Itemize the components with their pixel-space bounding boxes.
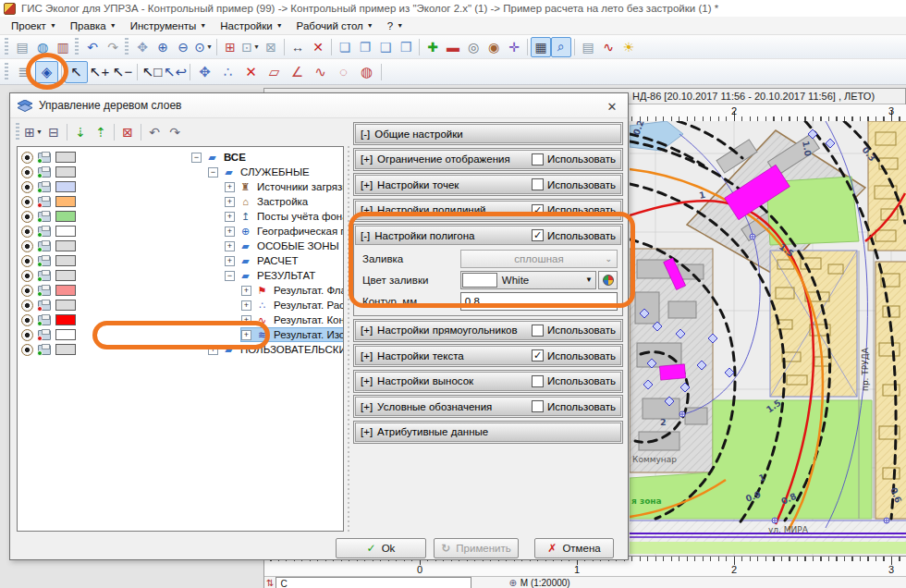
tree-item-rezultat[interactable]: −▰РЕЗУЛЬТАТ — [18, 268, 343, 283]
tree-item-posty[interactable]: +↥Посты учёта фона — [18, 209, 343, 224]
crop-fragment-button[interactable]: ❑ — [375, 37, 396, 57]
visibility-icon[interactable] — [21, 270, 33, 282]
draw-polygon-button[interactable]: ▱ — [263, 61, 286, 83]
profile-chart-button[interactable]: ∿ — [598, 37, 618, 57]
cancel-button[interactable]: ✗ Отмена — [534, 538, 614, 558]
menu-help[interactable]: ?▼ — [382, 18, 411, 33]
printer-icon[interactable] — [38, 227, 51, 237]
layers-flat-button[interactable]: ≣ — [12, 61, 35, 83]
tree-redo-button[interactable]: ↷ — [165, 122, 185, 142]
tree-expander[interactable]: + — [241, 300, 251, 311]
menu-settings[interactable]: Настройки▼ — [214, 18, 290, 33]
printer-icon[interactable] — [38, 241, 51, 251]
draw-hatched-circle-button[interactable]: ◍ — [355, 61, 378, 83]
use-checkbox[interactable] — [532, 375, 544, 387]
printer-icon[interactable] — [38, 271, 51, 281]
printer-icon[interactable] — [38, 153, 51, 163]
use-checkbox[interactable] — [532, 153, 544, 165]
report-button[interactable]: ▥ — [53, 37, 73, 57]
collapse-node-button[interactable]: ⊟ — [43, 122, 64, 142]
visibility-icon[interactable] — [21, 344, 33, 356]
tree-item-polzovatelskie[interactable]: +▰ПОЛЬЗОВАТЕЛЬСКИЕ — [18, 342, 343, 357]
visibility-icon[interactable] — [21, 314, 33, 326]
use-checkbox[interactable] — [532, 178, 544, 190]
north-direction-combo[interactable]: С — [275, 577, 471, 588]
section-header-display-limit[interactable]: [+] Ограничение отображения Использовать — [355, 150, 621, 169]
tree-expander[interactable]: − — [191, 153, 202, 163]
section-header-polylines[interactable]: [+] Настройки полилиний ✓Использовать — [355, 201, 621, 220]
tree-expander[interactable]: + — [225, 227, 235, 237]
zoom-select-toggle[interactable]: ⌕ — [551, 37, 571, 57]
calc-point-mark-button[interactable]: ◉ — [484, 37, 504, 57]
select-cursor-button[interactable]: ↖ — [65, 61, 88, 83]
ruler-panel-toggle[interactable]: ▦ — [531, 37, 551, 57]
visibility-icon[interactable] — [21, 300, 33, 312]
layer-color-swatch[interactable] — [55, 240, 76, 251]
visibility-icon[interactable] — [21, 329, 33, 341]
layer-color-swatch[interactable] — [55, 314, 76, 325]
layer-manager-button[interactable]: ◈ — [35, 61, 58, 83]
apply-button[interactable]: ↻ Применить — [434, 538, 519, 558]
tree-item-raschet[interactable]: +▰РАСЧЕТ — [18, 253, 343, 268]
printer-icon[interactable] — [38, 256, 51, 266]
use-checkbox[interactable]: ✓ — [532, 204, 544, 216]
visibility-icon[interactable] — [21, 255, 33, 267]
tree-item-sluzhebnye[interactable]: −▰СЛУЖЕБНЫЕ — [18, 165, 343, 179]
tree-expander[interactable]: + — [208, 345, 218, 355]
calc-point-target-button[interactable]: ◎ — [463, 37, 484, 57]
delete-node-button[interactable]: ⊠ — [117, 122, 138, 142]
layer-color-swatch[interactable] — [55, 152, 76, 163]
draw-curve-button[interactable]: ∿ — [309, 61, 332, 83]
visibility-icon[interactable] — [21, 211, 33, 223]
layer-color-swatch[interactable] — [55, 344, 76, 355]
print-map-button[interactable]: ▤ — [578, 37, 598, 57]
tree-item-istochniki[interactable]: +♜Источники загрязнения атмосферы — [18, 179, 343, 194]
select-page-button[interactable]: ↖□ — [141, 61, 164, 83]
use-checkbox[interactable] — [532, 325, 544, 337]
fill-color-dropdown[interactable]: White ▼ — [460, 271, 596, 289]
move-node-up-button[interactable]: ⇡ — [91, 122, 111, 142]
tree-item-geo[interactable]: +⊕Географическая привязка — [18, 224, 343, 239]
printer-icon[interactable] — [38, 182, 51, 192]
tree-expander[interactable]: + — [225, 212, 235, 222]
print-button[interactable]: ▤ — [12, 37, 32, 57]
section-header-text[interactable]: [+] Настройки текста ✓Использовать — [355, 346, 621, 365]
layer-color-swatch[interactable] — [55, 255, 76, 266]
layer-color-swatch[interactable] — [55, 211, 76, 222]
section-header-points[interactable]: [+] Настройки точек Использовать — [355, 175, 621, 194]
select-minus-button[interactable]: ↖− — [111, 61, 134, 83]
layer-color-swatch[interactable] — [55, 226, 76, 237]
menu-tools[interactable]: Инструменты▼ — [125, 18, 215, 33]
menu-edit[interactable]: Правка▼ — [65, 18, 125, 33]
move-node-down-button[interactable]: ⇣ — [70, 122, 91, 142]
clear-measure-button[interactable]: ✕ — [308, 37, 328, 57]
measure-button[interactable]: ↔ — [288, 37, 308, 57]
layer-color-swatch[interactable] — [55, 300, 76, 311]
printer-icon[interactable] — [38, 197, 51, 207]
open-map-button[interactable]: ◍ — [32, 37, 53, 57]
section-header-polygon[interactable]: [-] Настройки полигона ✓Использовать — [355, 226, 621, 245]
tree-expander[interactable]: + — [225, 197, 235, 207]
tree-expander[interactable]: + — [241, 330, 251, 340]
tree-item-izolinii[interactable]: +≋Результат. Изолинии — [18, 327, 343, 342]
close-icon[interactable]: ✕ — [604, 98, 620, 115]
layer-color-swatch[interactable] — [55, 196, 76, 207]
color-palette-button[interactable] — [598, 271, 618, 289]
layer-color-swatch[interactable] — [55, 329, 76, 340]
visibility-icon[interactable] — [21, 181, 33, 193]
tree-expander[interactable]: + — [241, 286, 251, 296]
tree-expander[interactable]: + — [225, 256, 235, 266]
tree-expander[interactable]: − — [208, 167, 218, 178]
layer-color-swatch[interactable] — [55, 181, 76, 192]
menu-project[interactable]: Проект▼ — [6, 18, 65, 33]
tree-item-raschetnye-tochki[interactable]: +∴Результат. Расчетные точки — [18, 298, 343, 312]
visibility-icon[interactable] — [21, 226, 33, 238]
select-plus-button[interactable]: ↖+ — [88, 61, 111, 83]
tips-bulb-button[interactable]: ☀ — [618, 37, 639, 57]
visibility-icon[interactable] — [21, 196, 33, 208]
zoom-extent-button[interactable]: ⊙▼ — [193, 37, 214, 57]
paste-fragment-button[interactable]: ❐ — [355, 37, 375, 57]
calc-point-remove-button[interactable]: ▬ — [443, 37, 463, 57]
layer-color-swatch[interactable] — [55, 270, 76, 281]
pick-object-button[interactable]: ⊠ — [261, 37, 281, 57]
